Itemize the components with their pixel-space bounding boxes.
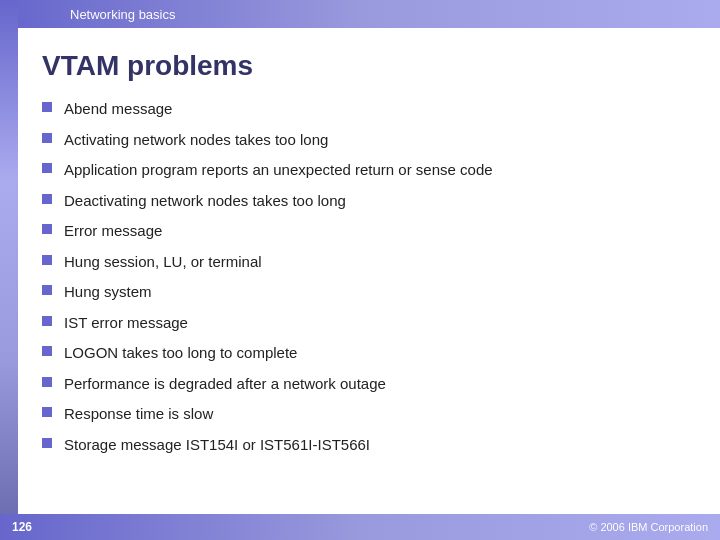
bullet-icon <box>42 316 52 326</box>
page-title: VTAM problems <box>42 50 696 82</box>
list-item-text: Hung session, LU, or terminal <box>64 251 262 274</box>
list-item-text: Hung system <box>64 281 152 304</box>
bullet-list: Abend messageActivating network nodes ta… <box>42 98 696 456</box>
bullet-icon <box>42 194 52 204</box>
bullet-icon <box>42 285 52 295</box>
page-number: 126 <box>12 520 32 534</box>
list-item: Storage message IST154I or IST561I-IST56… <box>42 434 696 457</box>
bullet-icon <box>42 163 52 173</box>
list-item: Error message <box>42 220 696 243</box>
bullet-icon <box>42 377 52 387</box>
list-item-text: Performance is degraded after a network … <box>64 373 386 396</box>
bullet-icon <box>42 407 52 417</box>
left-decorative-bar <box>0 0 18 540</box>
bottom-bar: 126 © 2006 IBM Corporation <box>0 514 720 540</box>
bullet-icon <box>42 255 52 265</box>
list-item-text: Error message <box>64 220 162 243</box>
list-item-text: Response time is slow <box>64 403 213 426</box>
list-item: IST error message <box>42 312 696 335</box>
list-item-text: Abend message <box>64 98 172 121</box>
header-title: Networking basics <box>70 7 176 22</box>
bullet-icon <box>42 346 52 356</box>
list-item-text: LOGON takes too long to complete <box>64 342 297 365</box>
list-item-text: Activating network nodes takes too long <box>64 129 328 152</box>
main-content: VTAM problems Abend messageActivating ne… <box>18 28 720 525</box>
copyright-text: © 2006 IBM Corporation <box>589 521 708 533</box>
list-item: Hung system <box>42 281 696 304</box>
bullet-icon <box>42 224 52 234</box>
list-item: Response time is slow <box>42 403 696 426</box>
list-item: Hung session, LU, or terminal <box>42 251 696 274</box>
list-item: Application program reports an unexpecte… <box>42 159 696 182</box>
list-item-text: IST error message <box>64 312 188 335</box>
bullet-icon <box>42 102 52 112</box>
list-item: Activating network nodes takes too long <box>42 129 696 152</box>
bullet-icon <box>42 133 52 143</box>
list-item-text: Deactivating network nodes takes too lon… <box>64 190 346 213</box>
list-item-text: Storage message IST154I or IST561I-IST56… <box>64 434 370 457</box>
list-item-text: Application program reports an unexpecte… <box>64 159 493 182</box>
list-item: Performance is degraded after a network … <box>42 373 696 396</box>
header-bar: Networking basics <box>0 0 720 28</box>
list-item: Abend message <box>42 98 696 121</box>
list-item: LOGON takes too long to complete <box>42 342 696 365</box>
list-item: Deactivating network nodes takes too lon… <box>42 190 696 213</box>
bullet-icon <box>42 438 52 448</box>
